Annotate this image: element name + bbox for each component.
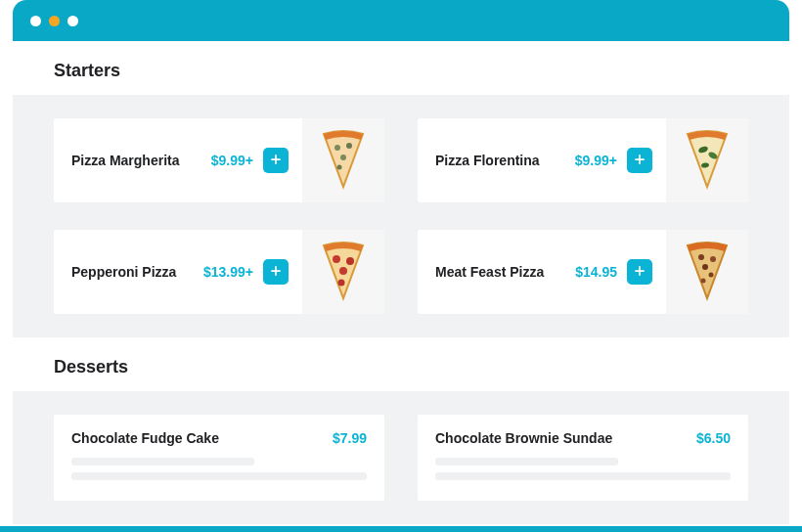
placeholder-line <box>71 458 254 466</box>
plus-icon <box>269 264 283 281</box>
menu-item-price: $13.99+ <box>203 264 253 280</box>
app-window: Starters Pizza Margherita $9.99+ <box>13 0 789 524</box>
menu-item-main: Meat Feast Pizza $14.95 <box>418 230 666 314</box>
menu-item-price: $6.50 <box>696 430 731 446</box>
svg-point-14 <box>346 257 354 265</box>
menu-item-card: Pizza Florentina $9.99+ <box>418 118 748 202</box>
window-control-maximize[interactable] <box>67 16 78 26</box>
menu-item-main: Pizza Florentina $9.99+ <box>418 118 666 202</box>
page-content: Starters Pizza Margherita $9.99+ <box>13 41 789 524</box>
menu-item-thumb <box>302 118 384 202</box>
svg-point-23 <box>701 279 706 284</box>
menu-item-main: Pizza Margherita $9.99+ <box>54 118 302 202</box>
add-item-button[interactable] <box>263 259 289 285</box>
placeholder-line <box>435 458 618 466</box>
section-body-desserts: Chocolate Fudge Cake $7.99 Chocolate Bro… <box>13 391 789 524</box>
svg-point-22 <box>709 273 714 278</box>
menu-item-main: Chocolate Brownie Sundae $6.50 <box>435 430 731 446</box>
section-header-desserts: Desserts <box>13 337 789 391</box>
window-control-close[interactable] <box>30 16 41 26</box>
placeholder-line <box>435 472 731 480</box>
svg-point-5 <box>337 165 342 170</box>
svg-point-21 <box>702 264 708 270</box>
section-title: Desserts <box>54 357 748 377</box>
plus-icon <box>633 153 646 169</box>
pizza-slice-icon <box>686 126 729 195</box>
svg-point-13 <box>333 255 340 263</box>
svg-point-3 <box>346 143 352 149</box>
menu-item-thumb <box>302 230 384 314</box>
add-item-button[interactable] <box>627 259 652 285</box>
add-item-button[interactable] <box>263 148 289 173</box>
window-titlebar <box>13 0 789 41</box>
menu-item-price: $7.99 <box>333 430 367 446</box>
placeholder-line <box>71 472 367 480</box>
menu-item-name: Pepperoni Pizza <box>71 264 194 280</box>
menu-item-thumb <box>666 118 748 202</box>
menu-item-name: Chocolate Brownie Sundae <box>435 430 612 446</box>
menu-item-name: Pizza Margherita <box>71 153 201 168</box>
menu-item-name: Meat Feast Pizza <box>435 264 565 280</box>
window-control-minimize[interactable] <box>49 16 60 26</box>
menu-item-card: Chocolate Brownie Sundae $6.50 <box>418 415 748 501</box>
menu-item-card: Chocolate Fudge Cake $7.99 <box>54 415 384 501</box>
menu-item-price: $14.95 <box>575 264 617 280</box>
section-header-starters: Starters <box>13 41 789 95</box>
menu-item-card: Meat Feast Pizza $14.95 <box>418 230 748 314</box>
menu-item-thumb <box>666 230 748 314</box>
svg-point-4 <box>340 155 346 160</box>
section-body-starters: Pizza Margherita $9.99+ Pizza F <box>13 95 789 337</box>
svg-point-16 <box>338 280 345 287</box>
svg-point-20 <box>710 256 716 262</box>
menu-item-main: Chocolate Fudge Cake $7.99 <box>71 430 367 446</box>
svg-point-2 <box>334 145 340 151</box>
menu-item-card: Pizza Margherita $9.99+ <box>54 118 384 202</box>
menu-item-card: Pepperoni Pizza $13.99+ <box>54 230 384 314</box>
svg-point-15 <box>339 267 347 275</box>
plus-icon <box>633 264 646 281</box>
pizza-slice-icon <box>686 238 729 306</box>
add-item-button[interactable] <box>627 148 652 173</box>
menu-item-name: Chocolate Fudge Cake <box>71 430 219 446</box>
menu-item-price: $9.99+ <box>211 153 253 168</box>
bottom-accent-bar <box>0 526 802 532</box>
menu-item-main: Pepperoni Pizza $13.99+ <box>54 230 302 314</box>
pizza-slice-icon <box>322 126 365 195</box>
plus-icon <box>269 153 283 169</box>
menu-item-name: Pizza Florentina <box>435 153 565 168</box>
svg-point-19 <box>698 254 704 260</box>
pizza-slice-icon <box>322 238 365 306</box>
menu-item-price: $9.99+ <box>575 153 617 168</box>
section-title: Starters <box>54 61 748 81</box>
